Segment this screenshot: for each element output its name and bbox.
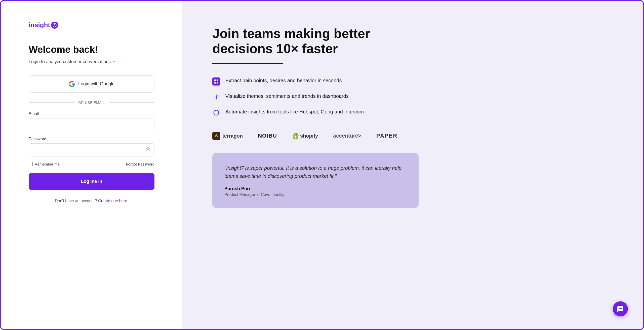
svg-point-11 <box>619 308 620 309</box>
subtitle-star: ✦ <box>112 59 115 64</box>
feature-icon-2 <box>212 93 220 101</box>
svg-point-13 <box>621 308 622 309</box>
divider-line-left <box>29 102 74 103</box>
tagline: Join teams making better decisions 10× f… <box>212 26 401 56</box>
accenture-label: accenture> <box>333 133 361 139</box>
password-wrapper <box>29 143 154 156</box>
svg-rect-9 <box>216 136 217 137</box>
testimonial-quote: "Insight7 is super powerful. It is a sol… <box>224 164 407 180</box>
email-label: Email <box>29 112 154 116</box>
remember-me-checkbox[interactable] <box>29 162 33 166</box>
login-button[interactable]: Log me in <box>29 173 154 190</box>
brand-shopify: shopify <box>292 132 318 140</box>
password-label: Password <box>29 137 154 141</box>
logo-text: insight <box>29 21 50 29</box>
create-account-link[interactable]: Create one here. <box>98 199 128 203</box>
feature-text-3: Automate insights from tools like Hubspo… <box>225 108 364 115</box>
feature-icon-3 <box>212 109 220 117</box>
svg-rect-2 <box>214 79 216 81</box>
show-password-icon[interactable] <box>145 147 150 153</box>
email-field-group: Email <box>29 112 154 131</box>
email-input[interactable] <box>29 118 154 131</box>
svg-point-1 <box>147 149 149 150</box>
paper-label: PAPER <box>376 133 397 139</box>
svg-point-0 <box>53 23 56 27</box>
brand-noibu: NOIBU <box>258 133 277 139</box>
password-input[interactable] <box>29 143 154 156</box>
feature-icon-1 <box>212 77 220 86</box>
form-footer: Remember me Forgot Password <box>29 162 154 166</box>
google-login-button[interactable]: Login with Google <box>29 75 154 93</box>
testimonial-author: Porush Puri <box>224 186 407 191</box>
svg-rect-5 <box>217 82 218 84</box>
terragon-icon <box>212 132 220 140</box>
testimonial-card: "Insight7 is super powerful. It is a sol… <box>212 153 419 208</box>
terragon-label: terragon <box>222 133 243 139</box>
right-panel: Join teams making better decisions 10× f… <box>182 1 643 329</box>
left-panel: insight Welcome back! Login to analyze c… <box>1 1 182 329</box>
logo: insight <box>29 21 154 29</box>
shopify-label: shopify <box>300 133 318 139</box>
welcome-title: Welcome back! <box>29 44 154 56</box>
feature-text-2: Visualize themes, sentiments and trends … <box>225 93 349 100</box>
remember-me-label[interactable]: Remember me <box>29 162 60 166</box>
svg-rect-3 <box>217 79 218 81</box>
divider-line-right <box>109 102 154 103</box>
testimonial-role: Product Manager at Cove Identity <box>224 192 407 197</box>
forgot-password-button[interactable]: Forgot Password <box>126 162 154 166</box>
svg-rect-4 <box>214 82 216 84</box>
tagline-underline <box>212 63 283 64</box>
create-account-text: Don't have an account? Create one here. <box>29 199 154 203</box>
svg-point-12 <box>620 308 621 309</box>
divider: OR USE EMAIL <box>29 101 154 105</box>
svg-rect-10 <box>295 136 296 138</box>
welcome-subtitle: Login to analyze customer conversations … <box>29 59 154 64</box>
brand-paper: PAPER <box>376 133 397 139</box>
brand-logos-row: terragon NOIBU shopify accenture> PAPER <box>212 132 613 140</box>
brand-accenture: accenture> <box>333 133 361 139</box>
feature-text-1: Extract pain points, desires and behavio… <box>225 77 342 84</box>
google-icon <box>69 81 75 87</box>
feature-item-1: Extract pain points, desires and behavio… <box>212 77 613 86</box>
logo-icon <box>51 22 58 29</box>
feature-item-3: Automate insights from tools like Hubspo… <box>212 108 613 117</box>
brand-terragon: terragon <box>212 132 243 140</box>
divider-text: OR USE EMAIL <box>78 101 105 105</box>
password-field-group: Password <box>29 137 154 156</box>
noibu-label: NOIBU <box>258 133 277 139</box>
features-list: Extract pain points, desires and behavio… <box>212 77 613 117</box>
feature-item-2: Visualize themes, sentiments and trends … <box>212 93 613 101</box>
chat-fab-button[interactable] <box>613 301 628 316</box>
